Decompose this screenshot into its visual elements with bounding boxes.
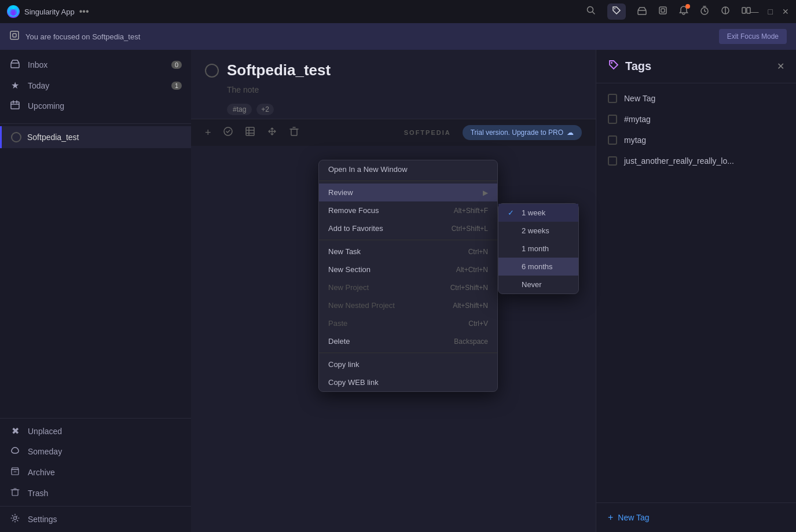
task-complete-checkbox[interactable] — [205, 64, 219, 78]
sidebar-divider-1 — [0, 123, 191, 124]
menu-item-copy-web-link-label: Copy WEB link — [328, 378, 379, 387]
tag-more-badge[interactable]: +2 — [256, 104, 274, 115]
sidebar-item-settings[interactable]: Settings — [0, 509, 191, 530]
tag-row-mytag-hash[interactable]: #mytag — [596, 109, 796, 130]
submenu-item-6-months[interactable]: 6 months — [498, 258, 578, 276]
tag-checkbox-mytag-hash[interactable] — [608, 115, 617, 124]
menu-item-remove-focus[interactable]: Remove Focus Alt+Shift+F — [319, 201, 497, 219]
menu-item-copy-link[interactable]: Copy link — [319, 355, 497, 373]
sidebar-bottom: ✖ Unplaced Someday Archive Trash — [0, 413, 191, 532]
move-icon[interactable] — [267, 126, 277, 140]
svg-rect-12 — [10, 31, 19, 39]
menu-divider-3 — [319, 353, 497, 353]
notification-icon[interactable] — [679, 6, 688, 17]
tag-checkbox-new-tag[interactable] — [608, 94, 617, 103]
theme-icon[interactable] — [721, 6, 730, 17]
tag-checkbox-mytag[interactable] — [608, 135, 617, 145]
review-arrow-icon: ▶ — [483, 189, 488, 197]
tag-row-long-tag[interactable]: just_another_really_really_lo... — [596, 151, 796, 171]
sidebar-item-inbox[interactable]: Inbox 0 — [0, 54, 191, 75]
focus-icon — [9, 30, 20, 43]
close-button[interactable]: ✕ — [782, 7, 789, 16]
sidebar-item-unplaced[interactable]: ✖ Unplaced — [0, 421, 191, 441]
menu-item-remove-focus-label: Remove Focus — [328, 206, 379, 215]
delete-task-icon[interactable] — [289, 126, 299, 140]
app-logo — [7, 5, 20, 18]
submenu-item-2-weeks[interactable]: 2 weeks — [498, 222, 578, 240]
tag-label-new-tag: New Tag — [624, 94, 655, 103]
task-note[interactable]: The note — [191, 85, 596, 100]
svg-rect-15 — [11, 102, 19, 109]
menu-item-review-label: Review — [328, 188, 353, 197]
inbox-label: Inbox — [28, 60, 164, 69]
menu-item-new-task[interactable]: New Task Ctrl+N — [319, 243, 497, 261]
maximize-button[interactable]: □ — [768, 7, 773, 16]
menu-item-open-new-window-label: Open In a New Window — [328, 165, 408, 174]
main-layout: Inbox 0 ★ Today 1 Upcoming Softpedia_tes… — [0, 50, 796, 532]
svg-rect-10 — [742, 8, 746, 13]
exit-focus-button[interactable]: Exit Focus Mode — [719, 29, 787, 44]
svg-point-5 — [614, 8, 615, 9]
menu-item-open-new-window[interactable]: Open In a New Window — [319, 160, 497, 178]
title-bar: Singularity App ••• — □ ✕ — [0, 0, 796, 23]
capture-icon[interactable] — [658, 6, 667, 17]
menu-item-new-task-label: New Task — [328, 247, 361, 256]
search-icon[interactable] — [586, 6, 596, 17]
menu-item-paste-label: Paste — [328, 319, 347, 328]
task-title: Softpedia_test — [227, 61, 331, 79]
upcoming-icon — [9, 100, 21, 112]
submenu-item-2-weeks-label: 2 weeks — [522, 226, 549, 235]
menu-item-paste: Paste Ctrl+V — [319, 314, 497, 332]
menu-item-add-favorites[interactable]: Add to Favorites Ctrl+Shift+L — [319, 219, 497, 237]
tags-list: New Tag #mytag mytag just_another_really… — [596, 83, 796, 502]
inbox-icon[interactable] — [637, 6, 647, 17]
context-menu: Open In a New Window Review ▶ Remove Foc… — [318, 160, 498, 392]
sidebar-nav: Inbox 0 ★ Today 1 Upcoming — [0, 50, 191, 121]
menu-item-review[interactable]: Review ▶ — [319, 184, 497, 201]
window-split-icon[interactable] — [742, 6, 751, 17]
svg-rect-13 — [13, 34, 16, 37]
trash-icon — [9, 487, 21, 499]
task-tag-chip[interactable]: #tag — [227, 104, 252, 115]
submenu-item-1-week[interactable]: ✓ 1 week — [498, 204, 578, 222]
tag-label-mytag-hash: #mytag — [624, 115, 651, 124]
archive-icon — [9, 467, 21, 478]
svg-rect-8 — [661, 9, 665, 12]
sidebar: Inbox 0 ★ Today 1 Upcoming Softpedia_tes… — [0, 50, 191, 532]
sidebar-item-archive[interactable]: Archive — [0, 462, 191, 483]
menu-item-new-section[interactable]: New Section Alt+Ctrl+N — [319, 261, 497, 278]
submenu-item-never-label: Never — [522, 280, 542, 289]
submenu-item-never[interactable]: Never — [498, 276, 578, 293]
inbox-nav-icon — [9, 59, 21, 71]
more-menu-icon[interactable]: ••• — [79, 6, 89, 17]
upcoming-label: Upcoming — [28, 101, 182, 111]
minimize-button[interactable]: — — [751, 7, 759, 16]
trash-label: Trash — [28, 489, 182, 498]
table-icon[interactable] — [245, 126, 255, 140]
submenu-item-1-month[interactable]: 1 month — [498, 240, 578, 258]
menu-divider-2 — [319, 240, 497, 240]
toolbar — [586, 3, 751, 20]
tag-icon[interactable] — [607, 3, 626, 20]
sidebar-item-today[interactable]: ★ Today 1 — [0, 75, 191, 96]
tag-row-new-tag[interactable]: New Tag — [596, 88, 796, 109]
close-tags-button[interactable]: ✕ — [777, 61, 784, 72]
task-list-item[interactable]: Softpedia_test — [0, 126, 191, 148]
checklist-icon[interactable] — [223, 126, 233, 140]
sidebar-item-trash[interactable]: Trash — [0, 483, 191, 504]
focus-text: You are focused on Softpedia_test — [25, 32, 713, 41]
menu-item-new-project-label: New Project — [328, 283, 369, 292]
add-task-icon[interactable]: + — [205, 127, 211, 139]
tag-label-long-tag: just_another_really_really_lo... — [624, 156, 734, 166]
menu-item-copy-web-link[interactable]: Copy WEB link — [319, 373, 497, 391]
submenu-item-6-months-label: 6 months — [522, 262, 552, 271]
tag-row-mytag[interactable]: mytag — [596, 130, 796, 151]
add-tag-footer[interactable]: + New Tag — [596, 502, 796, 532]
tag-checkbox-long-tag[interactable] — [608, 156, 617, 166]
sidebar-item-someday[interactable]: Someday — [0, 441, 191, 462]
svg-rect-6 — [638, 10, 646, 14]
timer-icon[interactable] — [700, 6, 709, 17]
sidebar-item-upcoming[interactable]: Upcoming — [0, 96, 191, 116]
menu-item-delete[interactable]: Delete Backspace — [319, 332, 497, 350]
upgrade-button[interactable]: Trial version. Upgrade to PRO ☁ — [463, 125, 582, 140]
